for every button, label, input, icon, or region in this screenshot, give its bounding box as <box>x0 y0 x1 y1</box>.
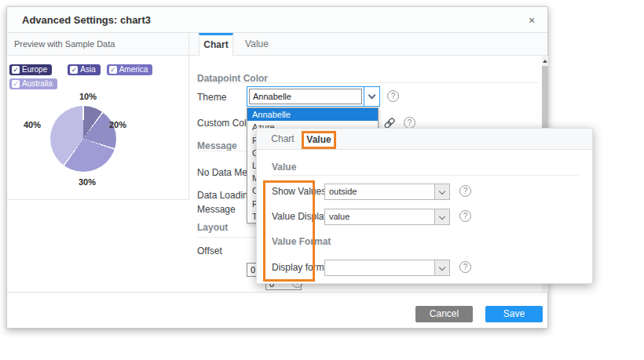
legend-item-label: Australia <box>22 79 53 88</box>
tab-chart[interactable]: Chart <box>199 33 233 56</box>
legend-item-asia[interactable]: ✓Asia <box>68 64 100 75</box>
preview-header-label: Preview with Sample Data <box>14 33 115 55</box>
dialog-title: Advanced Settings: chart3 <box>22 7 151 33</box>
legend-item-america[interactable]: ✓America <box>107 64 153 75</box>
help-icon[interactable]: ? <box>459 210 471 222</box>
show-values-label: Show Values <box>272 186 326 197</box>
divider <box>197 82 539 83</box>
footer-divider <box>7 292 547 293</box>
scroll-up-button[interactable] <box>542 56 548 66</box>
chevron-down-icon <box>439 187 445 194</box>
show-values-select[interactable]: outside <box>324 184 450 200</box>
help-icon[interactable]: ? <box>387 90 399 102</box>
value-display-value: value <box>325 209 434 224</box>
screen: Advanced Settings: chart3 × Preview with… <box>0 0 644 360</box>
help-icon[interactable]: ? <box>404 117 415 129</box>
data-loading-label-1: Data Loading <box>197 190 253 201</box>
theme-input[interactable] <box>249 89 362 104</box>
help-icon[interactable]: ? <box>459 185 471 197</box>
theme-dropdown-button[interactable] <box>364 87 379 106</box>
value-display-label: Value Display <box>272 211 328 222</box>
chevron-down-icon <box>439 213 445 219</box>
section-value: Value <box>272 162 296 173</box>
preview-header: Preview with Sample Data <box>7 33 189 56</box>
pie-label-30: 30% <box>74 177 101 187</box>
section-value-format: Value Format <box>272 236 331 247</box>
display-format-label: Display format <box>272 262 332 273</box>
legend-item-label: Europe <box>22 65 47 74</box>
value-settings-panel: Chart Value Value Show Values outside ? … <box>256 128 593 284</box>
divider <box>272 175 579 176</box>
pie-chart <box>50 106 116 172</box>
checkbox-icon: ✓ <box>12 80 20 88</box>
close-icon[interactable]: × <box>524 13 540 28</box>
theme-dropdown-option[interactable]: Annabelle <box>247 108 378 121</box>
save-button[interactable]: Save <box>485 306 543 322</box>
scrollbar-thumb[interactable] <box>542 66 548 136</box>
data-loading-label-2: Message <box>197 204 236 215</box>
offset-label: Offset <box>197 245 222 256</box>
scroll-up-icon <box>543 60 547 63</box>
legend: ✓Europe✓Asia✓America✓Australia <box>9 64 184 89</box>
help-icon[interactable]: ? <box>459 261 471 273</box>
legend-item-label: Asia <box>80 65 95 74</box>
legend-item-europe[interactable]: ✓Europe <box>9 64 52 75</box>
chevron-down-icon <box>368 92 376 100</box>
display-format-select[interactable] <box>324 260 450 276</box>
display-format-value <box>325 260 434 275</box>
legend-item-australia[interactable]: ✓Australia <box>9 78 57 89</box>
chevron-down-icon <box>439 264 445 270</box>
pie-label-10: 10% <box>75 92 101 101</box>
value-display-select[interactable]: value <box>324 209 450 225</box>
section-message: Message <box>197 140 237 151</box>
pie-label-20: 20% <box>104 120 131 129</box>
pie-label-40: 40% <box>19 120 46 129</box>
main-tab-bar: Chart Value <box>189 33 547 56</box>
checkbox-icon: ✓ <box>109 66 117 74</box>
panel-tab-value[interactable]: Value <box>302 131 336 149</box>
checkbox-icon: ✓ <box>12 66 20 74</box>
panel-tab-chart[interactable]: Chart <box>265 129 301 150</box>
section-layout: Layout <box>197 222 228 233</box>
legend-item-label: America <box>119 65 148 74</box>
show-values-value: outside <box>325 184 434 199</box>
tab-value[interactable]: Value <box>240 33 274 56</box>
cancel-button[interactable]: Cancel <box>415 306 473 322</box>
panel-tab-bar: Chart Value <box>257 129 592 150</box>
theme-label: Theme <box>197 92 226 103</box>
preview-pane: ✓Europe✓Asia✓America✓Australia 10% 20% 3… <box>7 56 189 200</box>
dialog-titlebar: Advanced Settings: chart3 <box>7 7 547 33</box>
checkbox-icon: ✓ <box>70 66 78 74</box>
theme-combobox <box>247 86 380 107</box>
